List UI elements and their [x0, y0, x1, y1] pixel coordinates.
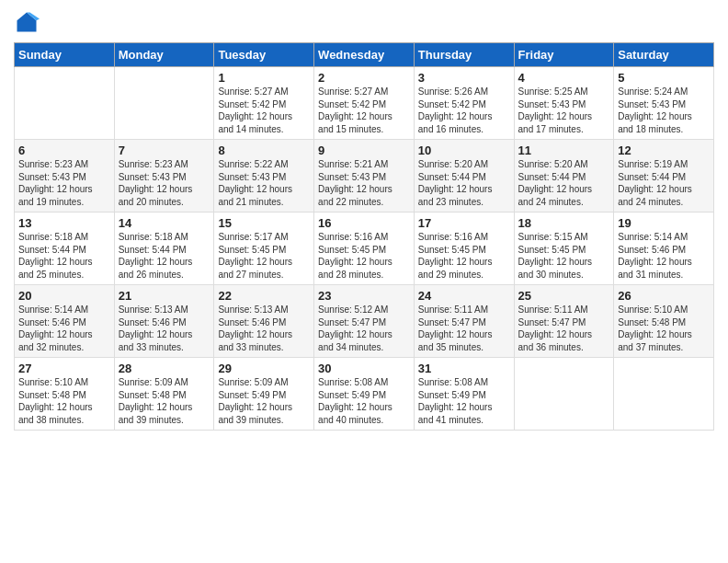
calendar-cell: 30Sunrise: 5:08 AMSunset: 5:49 PMDayligh…	[314, 358, 415, 431]
cell-info: Sunrise: 5:12 AMSunset: 5:47 PMDaylight:…	[318, 304, 410, 353]
calendar-cell: 23Sunrise: 5:12 AMSunset: 5:47 PMDayligh…	[314, 285, 415, 358]
day-number: 13	[18, 216, 110, 230]
calendar-cell: 4Sunrise: 5:25 AMSunset: 5:43 PMDaylight…	[514, 67, 614, 140]
cell-info: Sunrise: 5:23 AMSunset: 5:43 PMDaylight:…	[119, 158, 210, 208]
weekday-header-monday: Monday	[114, 43, 214, 67]
day-number: 20	[18, 289, 110, 303]
cell-info: Sunrise: 5:14 AMSunset: 5:46 PMDaylight:…	[18, 304, 110, 353]
weekday-header-thursday: Thursday	[414, 43, 514, 67]
calendar-cell	[114, 67, 214, 140]
cell-info: Sunrise: 5:13 AMSunset: 5:46 PMDaylight:…	[119, 304, 210, 353]
weekday-header-friday: Friday	[514, 43, 614, 67]
calendar-cell: 25Sunrise: 5:11 AMSunset: 5:47 PMDayligh…	[514, 285, 614, 358]
day-number: 27	[18, 362, 110, 375]
calendar-cell: 18Sunrise: 5:15 AMSunset: 5:45 PMDayligh…	[514, 213, 614, 285]
weekday-header-saturday: Saturday	[614, 43, 714, 67]
day-number: 19	[618, 216, 710, 230]
calendar-cell: 14Sunrise: 5:18 AMSunset: 5:44 PMDayligh…	[114, 213, 214, 285]
cell-info: Sunrise: 5:15 AMSunset: 5:45 PMDaylight:…	[518, 231, 610, 281]
day-number: 15	[218, 216, 310, 230]
cell-info: Sunrise: 5:11 AMSunset: 5:47 PMDaylight:…	[418, 304, 510, 353]
calendar-cell: 15Sunrise: 5:17 AMSunset: 5:45 PMDayligh…	[214, 213, 314, 285]
day-number: 11	[518, 144, 610, 157]
week-row-3: 13Sunrise: 5:18 AMSunset: 5:44 PMDayligh…	[15, 213, 714, 285]
day-number: 12	[618, 144, 710, 157]
calendar-cell: 17Sunrise: 5:16 AMSunset: 5:45 PMDayligh…	[414, 213, 514, 285]
calendar-cell: 16Sunrise: 5:16 AMSunset: 5:45 PMDayligh…	[314, 213, 415, 285]
calendar-cell: 3Sunrise: 5:26 AMSunset: 5:42 PMDaylight…	[414, 67, 514, 140]
day-number: 1	[218, 71, 310, 85]
cell-info: Sunrise: 5:18 AMSunset: 5:44 PMDaylight:…	[18, 231, 110, 281]
cell-info: Sunrise: 5:14 AMSunset: 5:46 PMDaylight:…	[618, 231, 710, 281]
logo	[14, 9, 41, 35]
cell-info: Sunrise: 5:16 AMSunset: 5:45 PMDaylight:…	[318, 231, 410, 281]
day-number: 21	[119, 289, 210, 303]
calendar-cell: 2Sunrise: 5:27 AMSunset: 5:42 PMDaylight…	[314, 67, 415, 140]
day-number: 24	[418, 289, 510, 303]
cell-info: Sunrise: 5:10 AMSunset: 5:48 PMDaylight:…	[18, 376, 110, 426]
cell-info: Sunrise: 5:27 AMSunset: 5:42 PMDaylight:…	[218, 86, 310, 135]
day-number: 9	[318, 144, 410, 157]
day-number: 3	[418, 71, 510, 85]
calendar-cell: 29Sunrise: 5:09 AMSunset: 5:49 PMDayligh…	[214, 358, 314, 431]
day-number: 17	[418, 216, 510, 230]
cell-info: Sunrise: 5:18 AMSunset: 5:44 PMDaylight:…	[119, 231, 210, 281]
calendar-cell: 12Sunrise: 5:19 AMSunset: 5:44 PMDayligh…	[614, 140, 714, 213]
calendar-cell: 27Sunrise: 5:10 AMSunset: 5:48 PMDayligh…	[15, 358, 115, 431]
week-row-5: 27Sunrise: 5:10 AMSunset: 5:48 PMDayligh…	[15, 358, 714, 431]
day-number: 25	[518, 289, 610, 303]
cell-info: Sunrise: 5:08 AMSunset: 5:49 PMDaylight:…	[318, 376, 410, 426]
day-number: 18	[518, 216, 610, 230]
day-number: 26	[618, 289, 710, 303]
cell-info: Sunrise: 5:19 AMSunset: 5:44 PMDaylight:…	[618, 158, 710, 208]
cell-info: Sunrise: 5:22 AMSunset: 5:43 PMDaylight:…	[218, 158, 310, 208]
day-number: 31	[418, 362, 510, 375]
calendar-table: SundayMondayTuesdayWednesdayThursdayFrid…	[14, 42, 714, 431]
cell-info: Sunrise: 5:11 AMSunset: 5:47 PMDaylight:…	[518, 304, 610, 353]
calendar-cell: 1Sunrise: 5:27 AMSunset: 5:42 PMDaylight…	[214, 67, 314, 140]
day-number: 30	[318, 362, 410, 375]
calendar-cell: 7Sunrise: 5:23 AMSunset: 5:43 PMDaylight…	[114, 140, 214, 213]
weekday-header-wednesday: Wednesday	[314, 43, 415, 67]
day-number: 2	[318, 71, 410, 85]
calendar-cell: 31Sunrise: 5:08 AMSunset: 5:49 PMDayligh…	[414, 358, 514, 431]
week-row-2: 6Sunrise: 5:23 AMSunset: 5:43 PMDaylight…	[15, 140, 714, 213]
cell-info: Sunrise: 5:24 AMSunset: 5:43 PMDaylight:…	[618, 86, 710, 135]
cell-info: Sunrise: 5:17 AMSunset: 5:45 PMDaylight:…	[218, 231, 310, 281]
calendar-cell: 19Sunrise: 5:14 AMSunset: 5:46 PMDayligh…	[614, 213, 714, 285]
day-number: 29	[218, 362, 310, 375]
cell-info: Sunrise: 5:26 AMSunset: 5:42 PMDaylight:…	[418, 86, 510, 135]
cell-info: Sunrise: 5:20 AMSunset: 5:44 PMDaylight:…	[418, 158, 510, 208]
page: SundayMondayTuesdayWednesdayThursdayFrid…	[0, 0, 728, 563]
day-number: 16	[318, 216, 410, 230]
day-number: 23	[318, 289, 410, 303]
day-number: 6	[18, 144, 110, 157]
calendar-cell: 22Sunrise: 5:13 AMSunset: 5:46 PMDayligh…	[214, 285, 314, 358]
day-number: 5	[618, 71, 710, 85]
cell-info: Sunrise: 5:09 AMSunset: 5:48 PMDaylight:…	[119, 376, 210, 426]
cell-info: Sunrise: 5:13 AMSunset: 5:46 PMDaylight:…	[218, 304, 310, 353]
cell-info: Sunrise: 5:16 AMSunset: 5:45 PMDaylight:…	[418, 231, 510, 281]
calendar-cell: 20Sunrise: 5:14 AMSunset: 5:46 PMDayligh…	[15, 285, 115, 358]
calendar-cell: 11Sunrise: 5:20 AMSunset: 5:44 PMDayligh…	[514, 140, 614, 213]
calendar-cell: 6Sunrise: 5:23 AMSunset: 5:43 PMDaylight…	[15, 140, 115, 213]
calendar-cell	[514, 358, 614, 431]
day-number: 7	[119, 144, 210, 157]
weekday-header-row: SundayMondayTuesdayWednesdayThursdayFrid…	[15, 43, 714, 67]
day-number: 28	[119, 362, 210, 375]
header	[14, 9, 714, 35]
cell-info: Sunrise: 5:10 AMSunset: 5:48 PMDaylight:…	[618, 304, 710, 353]
day-number: 14	[119, 216, 210, 230]
calendar-cell	[15, 67, 115, 140]
cell-info: Sunrise: 5:09 AMSunset: 5:49 PMDaylight:…	[218, 376, 310, 426]
logo-icon	[14, 9, 40, 35]
cell-info: Sunrise: 5:08 AMSunset: 5:49 PMDaylight:…	[418, 376, 510, 426]
cell-info: Sunrise: 5:20 AMSunset: 5:44 PMDaylight:…	[518, 158, 610, 208]
calendar-cell: 24Sunrise: 5:11 AMSunset: 5:47 PMDayligh…	[414, 285, 514, 358]
calendar-cell	[614, 358, 714, 431]
calendar-cell: 21Sunrise: 5:13 AMSunset: 5:46 PMDayligh…	[114, 285, 214, 358]
cell-info: Sunrise: 5:21 AMSunset: 5:43 PMDaylight:…	[318, 158, 410, 208]
calendar-cell: 13Sunrise: 5:18 AMSunset: 5:44 PMDayligh…	[15, 213, 115, 285]
calendar-cell: 26Sunrise: 5:10 AMSunset: 5:48 PMDayligh…	[614, 285, 714, 358]
cell-info: Sunrise: 5:23 AMSunset: 5:43 PMDaylight:…	[18, 158, 110, 208]
